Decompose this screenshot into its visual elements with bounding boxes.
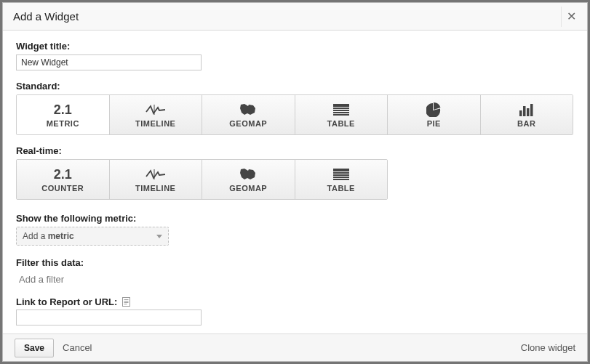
footer-left: Save Cancel [15,339,92,357]
svg-rect-16 [123,298,130,307]
svg-rect-2 [333,108,349,109]
type-label: BAR [517,119,535,128]
standard-type-pie[interactable]: PIE [387,95,480,134]
standard-section-label: Standard: [16,81,574,92]
filter-section-label: Filter this data: [16,257,574,268]
clone-widget-link[interactable]: Clone widget [521,342,575,353]
type-label: COUNTER [41,184,84,193]
standard-type-timeline[interactable]: TIMELINE [109,95,202,134]
realtime-type-row: 2.1COUNTERTIMELINEGEOMAPTABLE [16,159,388,200]
svg-rect-9 [530,104,533,116]
save-button[interactable]: Save [15,339,54,357]
add-metric-text: Add a metric [23,231,74,241]
type-label: TIMELINE [135,119,175,128]
svg-rect-5 [333,114,349,116]
svg-rect-15 [333,179,349,180]
svg-rect-14 [333,177,349,178]
chevron-down-icon [156,235,162,238]
table-icon [333,102,349,118]
standard-type-row: 2.1METRICTIMELINEGEOMAPTABLEPIEBAR [16,94,573,135]
svg-rect-13 [333,174,349,176]
dialog-footer: Save Cancel Clone widget [3,333,587,361]
bar-icon [519,102,535,118]
svg-rect-7 [523,106,526,116]
dialog-body: Widget title: Standard: 2.1METRICTIMELIN… [3,31,587,333]
realtime-type-geomap[interactable]: GEOMAP [202,160,295,199]
standard-type-geomap[interactable]: GEOMAP [202,95,295,134]
type-label: TABLE [327,184,355,193]
widget-title-input[interactable] [16,54,202,70]
add-widget-dialog: Add a Widget ✕ Widget title: Standard: 2… [2,2,588,362]
svg-rect-11 [333,169,349,171]
dialog-header: Add a Widget ✕ [3,3,587,31]
link-report-label: Link to Report or URL: [16,296,117,307]
type-label: TABLE [327,119,355,128]
add-filter-link[interactable]: Add a filter [16,271,64,286]
timeline-icon [145,166,167,182]
link-report-input[interactable] [16,310,202,325]
close-button[interactable]: ✕ [561,7,581,27]
realtime-type-counter[interactable]: 2.1COUNTER [17,160,109,199]
realtime-type-timeline[interactable]: TIMELINE [109,160,202,199]
type-label: GEOMAP [229,184,267,193]
type-label: GEOMAP [229,119,267,128]
number-icon: 2.1 [54,166,72,182]
geomap-icon [239,166,258,182]
cancel-link[interactable]: Cancel [63,342,92,353]
widget-title-label: Widget title: [16,41,574,52]
standard-type-bar[interactable]: BAR [480,95,573,134]
close-icon: ✕ [567,9,576,23]
number-icon: 2.1 [54,102,72,118]
metric-section-label: Show the following metric: [16,213,574,224]
svg-rect-6 [519,110,522,116]
geomap-icon [239,102,258,118]
svg-rect-8 [527,108,530,116]
realtime-type-table[interactable]: TABLE [295,160,388,199]
type-label: METRIC [47,119,79,128]
link-report-row: Link to Report or URL: [16,296,574,307]
type-label: PIE [427,119,441,128]
timeline-icon [145,102,167,118]
add-metric-dropdown[interactable]: Add a metric [16,227,169,246]
realtime-section-label: Real-time: [16,145,574,156]
svg-rect-3 [333,110,349,111]
svg-rect-4 [333,112,349,113]
type-label: TIMELINE [135,184,175,193]
document-icon [121,297,131,307]
standard-type-table[interactable]: TABLE [295,95,388,134]
dialog-title: Add a Widget [13,10,79,23]
svg-rect-1 [333,104,349,107]
svg-rect-12 [333,172,349,174]
table-icon [333,166,349,182]
standard-type-metric[interactable]: 2.1METRIC [17,95,109,134]
pie-icon [426,102,441,118]
